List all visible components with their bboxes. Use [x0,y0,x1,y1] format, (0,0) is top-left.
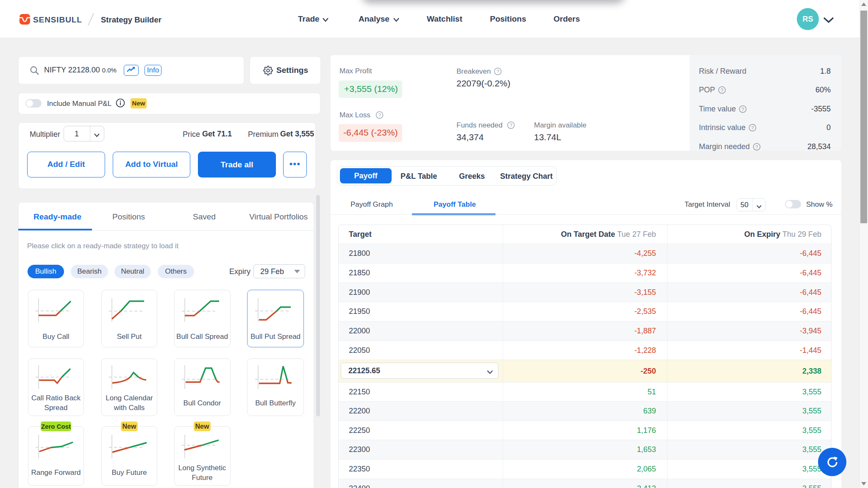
svg-text:?: ? [509,123,512,128]
svg-text:?: ? [496,69,499,74]
svg-text:?: ? [721,88,723,93]
svg-text:?: ? [755,144,758,150]
svg-text:?: ? [378,113,381,118]
svg-text:?: ? [742,107,744,112]
svg-text:?: ? [751,125,754,130]
